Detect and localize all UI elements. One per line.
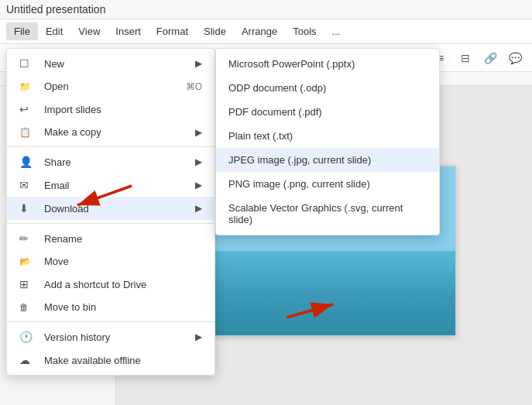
- menu-item-email[interactable]: ✉ Email ▶: [7, 173, 215, 197]
- download-arrow: ▶: [195, 203, 202, 214]
- toolbar-grid[interactable]: ⊟: [455, 47, 476, 69]
- title-bar: Untitled presentation: [0, 0, 532, 19]
- download-pdf[interactable]: PDF document (.pdf): [216, 100, 439, 124]
- svg-label: Scalable Vector Graphics (.svg, current …: [228, 202, 403, 225]
- open-icon: 📁: [19, 81, 35, 92]
- new-label: New: [44, 58, 195, 70]
- menu-item-rename[interactable]: ✏ Rename: [7, 227, 215, 250]
- copy-icon: 📋: [19, 127, 35, 138]
- shortcut-icon: ⊞: [19, 278, 35, 290]
- download-png[interactable]: PNG image (.png, current slide): [216, 172, 439, 196]
- download-svg[interactable]: Scalable Vector Graphics (.svg, current …: [216, 196, 439, 232]
- menu-edit[interactable]: Edit: [38, 22, 70, 40]
- menu-item-import[interactable]: ↩ Import slides: [7, 98, 215, 121]
- divider-1: [7, 146, 215, 147]
- menu-item-download[interactable]: ⬇ Download ▶: [7, 197, 215, 220]
- rename-label: Rename: [44, 233, 202, 245]
- odp-label: ODP document (.odp): [228, 82, 326, 94]
- menu-item-bin[interactable]: 🗑 Move to bin: [7, 296, 215, 318]
- import-label: Import slides: [44, 104, 202, 115]
- share-icon: 👤: [19, 156, 35, 168]
- download-pptx[interactable]: Microsoft PowerPoint (.pptx): [216, 52, 439, 76]
- download-submenu: Microsoft PowerPoint (.pptx) ODP documen…: [215, 48, 440, 235]
- version-arrow: ▶: [195, 331, 202, 342]
- menu-bar: File Edit View Insert Format Slide Arran…: [0, 19, 532, 44]
- app-title: Untitled presentation: [6, 3, 105, 15]
- download-label: Download: [44, 203, 195, 215]
- import-icon: ↩: [19, 103, 35, 115]
- share-label: Share: [44, 156, 195, 168]
- toolbar-link[interactable]: 🔗: [479, 47, 501, 69]
- move-icon: 📂: [19, 256, 35, 267]
- toolbar-comment[interactable]: 💬: [504, 47, 526, 69]
- download-icon: ⬇: [19, 202, 35, 215]
- new-arrow: ▶: [195, 58, 202, 69]
- bin-icon: 🗑: [19, 302, 35, 313]
- menu-view[interactable]: View: [70, 22, 108, 40]
- divider-2: [7, 223, 215, 224]
- shortcut-label: Add a shortcut to Drive: [44, 279, 202, 290]
- open-shortcut: ⌘O: [186, 81, 202, 92]
- menu-format[interactable]: Format: [149, 22, 196, 40]
- open-label: Open: [44, 81, 186, 92]
- menu-item-share[interactable]: 👤 Share ▶: [7, 150, 215, 173]
- version-label: Version history: [44, 331, 195, 343]
- copy-label: Make a copy: [44, 126, 195, 138]
- menu-slide[interactable]: Slide: [196, 22, 234, 40]
- download-txt[interactable]: Plain text (.txt): [216, 124, 439, 148]
- bin-label: Move to bin: [44, 301, 202, 313]
- version-icon: 🕐: [19, 331, 35, 343]
- menu-tools[interactable]: Tools: [285, 22, 324, 40]
- menu-item-copy[interactable]: 📋 Make a copy ▶: [7, 121, 215, 143]
- download-odp[interactable]: ODP document (.odp): [216, 76, 439, 100]
- menu-item-open[interactable]: 📁 Open ⌘O: [7, 75, 215, 98]
- menu-item-new[interactable]: ☐ New ▶: [7, 52, 215, 75]
- divider-3: [7, 321, 215, 322]
- menu-more[interactable]: ...: [324, 22, 348, 40]
- offline-icon: ☁: [19, 354, 35, 366]
- copy-arrow: ▶: [195, 127, 202, 138]
- menu-arrange[interactable]: Arrange: [234, 22, 285, 40]
- menu-file[interactable]: File: [6, 22, 38, 40]
- email-icon: ✉: [19, 179, 35, 191]
- menu-item-offline[interactable]: ☁ Make available offline: [7, 348, 215, 372]
- menu-item-move[interactable]: 📂 Move: [7, 250, 215, 273]
- jpeg-label: JPEG image (.jpg, current slide): [228, 154, 371, 166]
- menu-item-shortcut[interactable]: ⊞ Add a shortcut to Drive: [7, 273, 215, 296]
- pdf-label: PDF document (.pdf): [228, 106, 322, 118]
- txt-label: Plain text (.txt): [228, 130, 293, 142]
- file-dropdown-menu: ☐ New ▶ 📁 Open ⌘O ↩ Import slides 📋 Make…: [6, 48, 215, 376]
- rename-icon: ✏: [19, 232, 35, 245]
- offline-label: Make available offline: [44, 355, 202, 366]
- share-arrow: ▶: [195, 156, 202, 167]
- pptx-label: Microsoft PowerPoint (.pptx): [228, 58, 355, 70]
- move-label: Move: [44, 256, 202, 267]
- email-arrow: ▶: [195, 180, 202, 190]
- new-icon: ☐: [19, 57, 35, 70]
- email-label: Email: [44, 180, 195, 191]
- png-label: PNG image (.png, current slide): [228, 178, 370, 190]
- menu-item-version[interactable]: 🕐 Version history ▶: [7, 325, 215, 348]
- menu-insert[interactable]: Insert: [108, 22, 149, 40]
- download-jpeg[interactable]: JPEG image (.jpg, current slide): [216, 148, 439, 172]
